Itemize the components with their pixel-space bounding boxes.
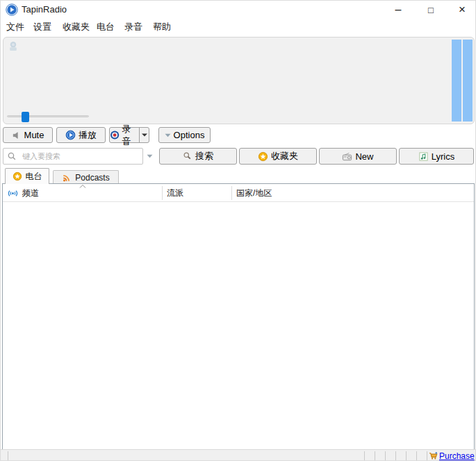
column-resize-handle[interactable] <box>231 186 232 200</box>
search-input[interactable] <box>3 148 143 165</box>
column-header-country[interactable]: 国家/地区 <box>236 184 272 202</box>
chevron-down-icon <box>147 154 153 158</box>
player-panel <box>3 37 475 124</box>
statusbar-divider <box>416 451 417 460</box>
menu-settings[interactable]: 设置 <box>33 19 51 35</box>
statusbar-divider <box>375 451 375 460</box>
search-button-label: 搜索 <box>195 150 213 162</box>
mute-label: Mute <box>24 130 44 140</box>
star-badge-icon <box>258 151 268 162</box>
statusbar-divider <box>427 451 427 460</box>
menu-help[interactable]: 帮助 <box>153 19 171 35</box>
vu-meter-right <box>463 40 473 121</box>
tab-podcasts[interactable]: Podcasts <box>53 170 119 184</box>
search-dropdown-arrow[interactable] <box>143 148 156 165</box>
play-button[interactable]: 播放 <box>56 127 106 143</box>
star-badge-icon <box>13 171 22 181</box>
cart-icon <box>429 451 438 460</box>
favorites-button[interactable]: 收藏夹 <box>239 148 317 165</box>
statusbar-divider <box>395 451 396 460</box>
lyrics-button-label: Lyrics <box>432 151 454 162</box>
record-label: 录音 <box>122 123 139 148</box>
chevron-down-icon <box>165 133 171 137</box>
radio-placeholder-icon <box>7 40 19 53</box>
chevron-down-icon <box>142 133 147 137</box>
new-button-label: New <box>355 151 373 162</box>
volume-slider-handle[interactable] <box>22 112 29 122</box>
close-button[interactable]: × <box>452 1 473 19</box>
rss-icon <box>62 173 72 183</box>
statusbar-divider <box>406 451 407 460</box>
vu-meter-left <box>452 40 461 121</box>
app-play-icon <box>6 3 18 16</box>
statusbar-divider <box>364 451 365 460</box>
play-icon <box>65 130 76 140</box>
page-title: TapinRadio <box>22 1 67 19</box>
purchase-link[interactable]: Purchase <box>429 450 475 461</box>
column-label-channel: 频道 <box>22 187 39 199</box>
search-button[interactable]: 搜索 <box>159 148 237 165</box>
play-label: 播放 <box>79 129 97 142</box>
purchase-label: Purchase <box>439 451 475 461</box>
column-resize-handle[interactable] <box>162 186 163 200</box>
tab-stations[interactable]: 电台 <box>5 168 49 184</box>
statusbar-divider <box>385 451 386 460</box>
maximize-button[interactable]: □ <box>420 1 441 19</box>
status-bar: Purchase <box>1 449 476 461</box>
record-dropdown-arrow[interactable] <box>139 128 149 142</box>
lyrics-note-icon <box>418 151 429 162</box>
tapinradio-window: TapinRadio – □ × 文件 设置 收藏夹 电台 录音 帮助 Mute <box>0 0 476 461</box>
menu-favorites[interactable]: 收藏夹 <box>63 19 90 35</box>
column-header-channel[interactable]: 频道 <box>7 184 39 202</box>
lyrics-button[interactable]: Lyrics <box>399 148 474 165</box>
broadcast-antenna-icon <box>7 188 19 199</box>
table-header: 频道 流派 国家/地区 <box>3 184 474 202</box>
record-button[interactable]: 录音 <box>109 127 149 143</box>
minimize-button[interactable]: – <box>388 1 409 19</box>
search-icon <box>183 151 192 161</box>
station-list-empty <box>3 203 474 449</box>
menu-recording[interactable]: 录音 <box>124 19 142 35</box>
tab-stations-label: 电台 <box>26 171 42 183</box>
station-table: 频道 流派 国家/地区 <box>2 183 475 449</box>
tab-podcasts-label: Podcasts <box>75 173 109 183</box>
options-label: Options <box>174 130 205 140</box>
column-header-genre[interactable]: 流派 <box>167 184 183 202</box>
record-main[interactable]: 录音 <box>110 128 139 142</box>
speaker-mute-icon <box>12 131 22 140</box>
menu-bar: 文件 设置 收藏夹 电台 录音 帮助 <box>1 19 475 35</box>
record-icon <box>110 130 120 140</box>
title-bar: TapinRadio – □ × <box>1 1 475 19</box>
mute-button[interactable]: Mute <box>3 127 53 143</box>
column-label-genre: 流派 <box>167 187 183 199</box>
options-button[interactable]: Options <box>158 127 211 143</box>
radio-icon <box>342 151 352 162</box>
menu-stations[interactable]: 电台 <box>97 19 115 35</box>
volume-slider[interactable] <box>7 115 89 117</box>
new-button[interactable]: New <box>319 148 397 165</box>
menu-file[interactable]: 文件 <box>6 19 24 35</box>
column-label-country: 国家/地区 <box>236 187 272 199</box>
favorites-button-label: 收藏夹 <box>271 150 298 162</box>
sort-ascending-icon <box>79 185 86 188</box>
statusbar-divider <box>8 451 8 460</box>
